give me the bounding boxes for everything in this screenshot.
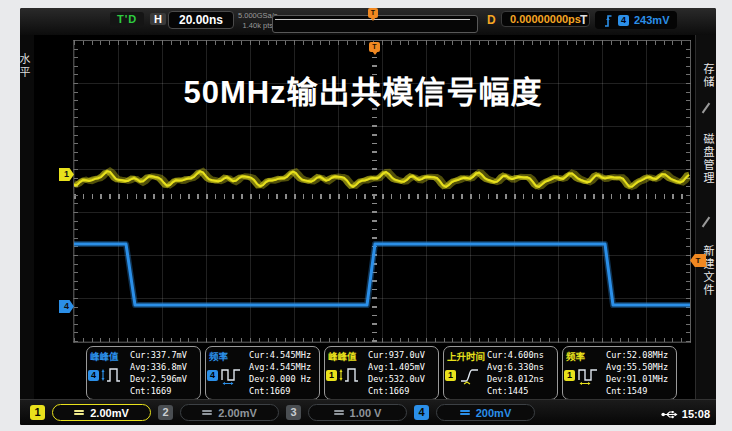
measurement-dev: Dev:0.000 Hz — [249, 373, 311, 385]
measurement-avg: Avg:55.50MHz — [606, 361, 668, 373]
vpp-icon — [100, 365, 126, 385]
measurement-avg: Avg:4.545MHz — [249, 361, 311, 373]
measurement-cnt: Cnt:1549 — [606, 385, 668, 397]
freq-icon — [576, 365, 602, 385]
measurement-dev: Dev:2.596mV — [130, 373, 187, 385]
trigger-status-badge[interactable]: T'D — [110, 12, 144, 26]
channel-3-scale-button[interactable]: 1.00 V — [308, 404, 407, 421]
measurement-cnt: Cnt:1669 — [130, 385, 187, 397]
measurement-values: Cur:4.545MHzAvg:4.545MHzDev:0.000 HzCnt:… — [249, 349, 311, 397]
channel-4-ground-marker[interactable]: 4 — [59, 300, 74, 313]
measurement-values: Cur:52.08MHzAvg:55.50MHzDev:91.01MHzCnt:… — [606, 349, 668, 397]
delay-label: D — [487, 13, 496, 27]
measurement-5[interactable]: 频率1Cur:52.08MHzAvg:55.50MHzDev:91.01MHzC… — [562, 346, 677, 400]
measurement-dev: Dev:8.012ns — [487, 373, 544, 385]
channel-4-scale-value: 200mV — [476, 407, 511, 419]
measurement-row: 峰峰值4Cur:337.7mVAvg:336.8mVDev:2.596mVCnt… — [86, 346, 677, 400]
channel-1-scale-value: 2.00mV — [90, 407, 129, 419]
dc-coupling-icon — [74, 409, 84, 417]
rising-edge-icon — [603, 14, 613, 27]
dc-coupling-icon — [334, 409, 344, 417]
dc-coupling-icon — [460, 409, 470, 417]
measurement-cur: Cur:52.08MHz — [606, 349, 668, 361]
measurement-icon-group: 4 — [207, 365, 245, 385]
channel-1-badge[interactable]: 1 — [30, 405, 45, 420]
measurement-cur: Cur:937.0uV — [368, 349, 425, 361]
status-bar: 15:08 — [661, 408, 710, 420]
right-soft-menu: 存储磁盘管理新建文件 — [695, 35, 716, 425]
measurement-avg: Avg:1.405mV — [368, 361, 425, 373]
measurement-label: 峰峰值 — [90, 349, 119, 363]
channel-badge: 1 — [445, 370, 456, 381]
trigger-level-marker[interactable]: T — [690, 254, 706, 267]
trigger-position-flag-top[interactable]: T — [368, 8, 378, 18]
measurement-icon-group: 1 — [445, 365, 483, 385]
usb-icon — [661, 409, 678, 420]
left-menu-horizontal-label[interactable]: 水平 — [20, 53, 32, 79]
menu-separator — [702, 103, 711, 114]
measurement-label: 频率 — [566, 349, 585, 363]
measurement-avg: Avg:336.8mV — [130, 361, 187, 373]
measurement-icon-group: 4 — [88, 365, 126, 385]
measurement-avg: Avg:6.330ns — [487, 361, 544, 373]
measurement-values: Cur:937.0uVAvg:1.405mVDev:532.0uVCnt:166… — [368, 349, 425, 397]
measurement-cnt: Cnt:1445 — [487, 385, 544, 397]
channel-badge: 4 — [207, 370, 218, 381]
measurement-cnt: Cnt:1669 — [249, 385, 311, 397]
channel-2-badge[interactable]: 2 — [158, 405, 173, 420]
annotation-title: 50MHz输出共模信号幅度 — [183, 67, 542, 112]
measurement-label: 峰峰值 — [328, 349, 357, 363]
horizontal-label: H — [150, 13, 166, 25]
measurement-2[interactable]: 频率4Cur:4.545MHzAvg:4.545MHzDev:0.000 HzC… — [205, 346, 320, 400]
measurement-dev: Dev:532.0uV — [368, 373, 425, 385]
left-menu-strip: 水平 — [20, 35, 34, 425]
channel-4-scale-button[interactable]: 200mV — [436, 404, 535, 421]
measurement-dev: Dev:91.01MHz — [606, 373, 668, 385]
menu-item-1[interactable]: 存储 — [696, 63, 716, 89]
channel-1-scale-button[interactable]: 2.00mV — [52, 404, 151, 421]
measurement-cnt: Cnt:1669 — [368, 385, 425, 397]
measurement-cur: Cur:337.7mV — [130, 349, 187, 361]
trigger-label: T — [580, 13, 587, 27]
menu-separator — [702, 217, 711, 228]
dc-coupling-icon — [202, 409, 212, 417]
measurement-1[interactable]: 峰峰值4Cur:337.7mVAvg:336.8mVDev:2.596mVCnt… — [86, 346, 201, 400]
measurement-cur: Cur:4.545MHz — [249, 349, 311, 361]
graticule: 50MHz输出共模信号幅度 T 1 4 T — [73, 40, 691, 343]
measurement-label: 频率 — [209, 349, 228, 363]
channel-badge: 1 — [564, 370, 575, 381]
scope-screen: T'D H 20.00ns 5.000GSa/s 1.40k pts T D 0… — [20, 8, 716, 425]
channel-status-bar: 12.00mV22.00mV31.00 V4200mV — [20, 399, 716, 425]
channel-badge: 1 — [326, 370, 337, 381]
channel-3-badge[interactable]: 3 — [286, 405, 301, 420]
oscilloscope-screenshot: T'D H 20.00ns 5.000GSa/s 1.40k pts T D 0… — [0, 0, 732, 431]
clock-time: 15:08 — [682, 408, 710, 420]
delay-value-button[interactable]: 0.00000000ps — [501, 11, 590, 27]
measurement-values: Cur:4.600nsAvg:6.330nsDev:8.012nsCnt:144… — [487, 349, 544, 397]
trigger-source-badge: 4 — [618, 15, 629, 26]
trigger-level-value: 243mV — [634, 14, 669, 26]
channel-3-scale-value: 1.00 V — [350, 407, 382, 419]
measurement-cur: Cur:4.600ns — [487, 349, 544, 361]
timebase-button[interactable]: 20.00ns — [168, 11, 234, 29]
measurement-4[interactable]: 上升时间1Cur:4.600nsAvg:6.330nsDev:8.012nsCn… — [443, 346, 558, 400]
channel-2-scale-value: 2.00mV — [218, 407, 257, 419]
measurement-icon-group: 1 — [564, 365, 602, 385]
channel-1-ground-marker[interactable]: 1 — [59, 168, 74, 181]
measurement-icon-group: 1 — [326, 365, 364, 385]
trigger-settings-button[interactable]: 4 243mV — [595, 11, 677, 29]
channel-4-badge[interactable]: 4 — [414, 405, 429, 420]
menu-item-3[interactable]: 新建文件 — [696, 245, 716, 297]
top-status-bar: T'D H 20.00ns 5.000GSa/s 1.40k pts T D 0… — [20, 8, 716, 35]
measurement-values: Cur:337.7mVAvg:336.8mVDev:2.596mVCnt:166… — [130, 349, 187, 397]
freq-icon — [219, 365, 245, 385]
measurement-3[interactable]: 峰峰值1Cur:937.0uVAvg:1.405mVDev:532.0uVCnt… — [324, 346, 439, 400]
trigger-position-marker[interactable]: T — [369, 42, 380, 52]
channel-2-scale-button[interactable]: 2.00mV — [180, 404, 279, 421]
rise-icon — [457, 365, 483, 385]
channel-badge: 4 — [88, 370, 99, 381]
vpp-icon — [338, 365, 364, 385]
measurement-label: 上升时间 — [447, 349, 485, 363]
menu-item-2[interactable]: 磁盘管理 — [696, 133, 716, 185]
